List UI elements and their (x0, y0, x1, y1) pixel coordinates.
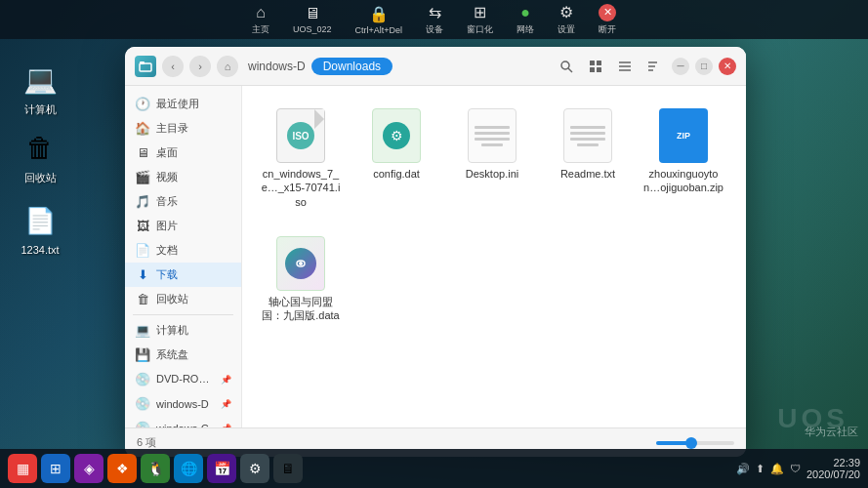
desktop-ini-icon-wrap (465, 108, 519, 163)
taskbar-app-6[interactable]: 🌐 (174, 454, 203, 483)
list-view-button[interactable] (613, 55, 637, 78)
sidebar-windowsc-label: windows-C (156, 423, 215, 428)
taskbar-app-8[interactable]: ⚙ (240, 454, 269, 483)
notification-icon[interactable]: 🔔 (770, 463, 784, 475)
date-display: 2020/07/20 (806, 468, 860, 480)
app1-icon: ▦ (17, 461, 29, 476)
topbar-window[interactable]: ⊞ 窗口化 (455, 0, 505, 39)
sidebar-item-sysdisk[interactable]: 💾 系统盘 (125, 343, 241, 367)
sidebar-item-trash[interactable]: 🗑 回收站 (125, 287, 241, 311)
topbar-device-label: 设备 (426, 23, 443, 36)
topbar-home[interactable]: ⌂ 主页 (240, 0, 281, 39)
taskbar-app-5[interactable]: 🐧 (141, 454, 170, 483)
taskbar-app-2[interactable]: ⊞ (41, 454, 70, 483)
sidebar-trash-label: 回收站 (156, 292, 231, 306)
app4-icon: ❖ (116, 461, 129, 476)
sidebar-item-windows-d[interactable]: 💿 windows-D 📌 (125, 391, 241, 416)
file-item-config[interactable]: ⚙ config.dat (352, 101, 440, 217)
forward-button[interactable]: › (189, 56, 211, 77)
recent-icon: 🕐 (135, 97, 150, 111)
sidebar-item-home[interactable]: 🏠 主目录 (125, 116, 241, 141)
topbar-device[interactable]: ⇆ 设备 (414, 0, 455, 39)
sidebar-item-pictures[interactable]: 🖼 图片 (125, 214, 241, 238)
pin-icon-wd: 📌 (221, 399, 231, 409)
trash-label: 回收站 (24, 171, 57, 185)
file-item-iso[interactable]: ISO cn_windows_7_e…_x15-70741.iso (257, 101, 345, 217)
app3-icon: ◈ (84, 461, 95, 476)
taskbar-apps: ▦ ⊞ ◈ ❖ 🐧 🌐 📅 ⚙ 🖥 (8, 454, 736, 483)
desktop-icon-computer[interactable]: 💻 计算机 (6, 54, 74, 123)
svg-rect-7 (597, 67, 601, 72)
sidebar-item-music[interactable]: 🎵 音乐 (125, 189, 241, 214)
taskbar-app-7[interactable]: 📅 (207, 454, 236, 483)
home-nav-button[interactable]: ⌂ (217, 56, 238, 77)
sort-button[interactable] (642, 55, 666, 78)
top-taskbar: ⌂ 主页 🖥 UOS_022 🔒 Ctrl+Alt+Del ⇆ 设备 ⊞ 窗口化… (0, 0, 868, 39)
breadcrumb-parent[interactable]: windows-D (248, 60, 306, 73)
trash-sidebar-icon: 🗑 (135, 292, 150, 306)
txt-line3 (475, 138, 510, 141)
volume-icon[interactable]: 🔊 (736, 463, 750, 475)
svg-rect-0 (140, 63, 151, 71)
file-item-zip[interactable]: ZIP zhouxinguoyton…ojiguoban.zip (640, 101, 727, 217)
community-label: 华为云社区 (805, 425, 858, 439)
desktop-icon-file[interactable]: 📄 1234.txt (6, 195, 74, 262)
zoom-control[interactable] (656, 441, 734, 445)
topbar-settings[interactable]: ⚙ 设置 (546, 0, 587, 39)
sidebar-item-documents[interactable]: 📄 文档 (125, 238, 241, 263)
file-item-desktop-ini[interactable]: Desktop.ini (448, 101, 536, 217)
main-content: 🕐 最近使用 🏠 主目录 🖥 桌面 🎬 视频 🎵 音乐 (125, 86, 746, 427)
taskbar-app-4[interactable]: ❖ (107, 454, 137, 483)
home-folder-icon: 🏠 (135, 121, 150, 136)
sidebar-recent-label: 最近使用 (156, 97, 231, 111)
computer-sidebar-icon: 💻 (135, 323, 150, 338)
topbar-close[interactable]: ✕ 断开 (587, 0, 628, 39)
taskbar-system-tray: 🔊 ⬆ 🔔 🛡 22:39 2020/07/20 (736, 457, 860, 480)
home-icon: ⌂ (256, 4, 266, 21)
music-icon: 🎵 (135, 194, 150, 209)
file-item-readme[interactable]: Readme.txt (544, 101, 632, 217)
desktop-ini-icon (468, 108, 517, 163)
breadcrumb: windows-D Downloads (244, 58, 549, 75)
svg-point-2 (561, 61, 569, 69)
file-item-data[interactable]: 轴心国与同盟国：九国版.data (257, 228, 345, 331)
sidebar-item-videos[interactable]: 🎬 视频 (125, 165, 241, 189)
breadcrumb-current[interactable]: Downloads (311, 58, 393, 75)
app6-icon: 🌐 (181, 461, 197, 476)
gear-icon: ⚙ (559, 3, 573, 21)
sidebar-item-desktop[interactable]: 🖥 桌面 (125, 141, 241, 165)
sidebar-windowsd-label: windows-D (156, 398, 215, 410)
svg-line-3 (568, 68, 572, 72)
topbar-close-label: 断开 (599, 23, 616, 36)
sidebar-item-downloads[interactable]: ⬇ 下载 (125, 263, 241, 287)
search-button[interactable] (555, 55, 578, 78)
grid-view-button[interactable] (584, 55, 607, 78)
topbar-cad[interactable]: 🔒 Ctrl+Alt+Del (344, 0, 415, 39)
topbar-network[interactable]: ● 网络 (505, 0, 546, 39)
sidebar-item-dvdrom[interactable]: 💿 DVD-ROM 驱… 📌 (125, 367, 241, 391)
documents-icon: 📄 (135, 243, 150, 258)
back-button[interactable]: ‹ (162, 56, 184, 77)
zip-file-label: zhouxinguoyton…ojiguoban.zip (643, 167, 723, 195)
txt-line1 (475, 126, 510, 129)
txt-line4 (481, 143, 503, 146)
taskbar-app-9[interactable]: 🖥 (273, 454, 303, 483)
device-icon: ⇆ (429, 3, 441, 21)
maximize-button[interactable]: □ (695, 58, 713, 75)
taskbar-app-1[interactable]: ▦ (8, 454, 37, 483)
status-count: 6 项 (137, 435, 156, 450)
zoom-slider[interactable] (656, 441, 734, 445)
sidebar-item-recent[interactable]: 🕐 最近使用 (125, 92, 241, 116)
topbar-window-label: 窗口化 (467, 23, 493, 36)
window-close-button[interactable]: ✕ (719, 58, 736, 75)
taskbar-app-3[interactable]: ◈ (74, 454, 103, 483)
sidebar-item-windows-c[interactable]: 💿 windows-C 📌 (125, 416, 241, 427)
zoom-knob[interactable] (685, 437, 697, 449)
readme-line2 (570, 132, 605, 135)
minimize-button[interactable]: ─ (672, 58, 689, 75)
desktop-icon-trash[interactable]: 🗑 回收站 (6, 122, 74, 191)
sidebar-item-computer[interactable]: 💻 计算机 (125, 318, 241, 343)
data-file-icon (276, 236, 325, 291)
shield-icon: 🛡 (790, 463, 801, 474)
topbar-uos[interactable]: 🖥 UOS_022 (281, 0, 344, 39)
